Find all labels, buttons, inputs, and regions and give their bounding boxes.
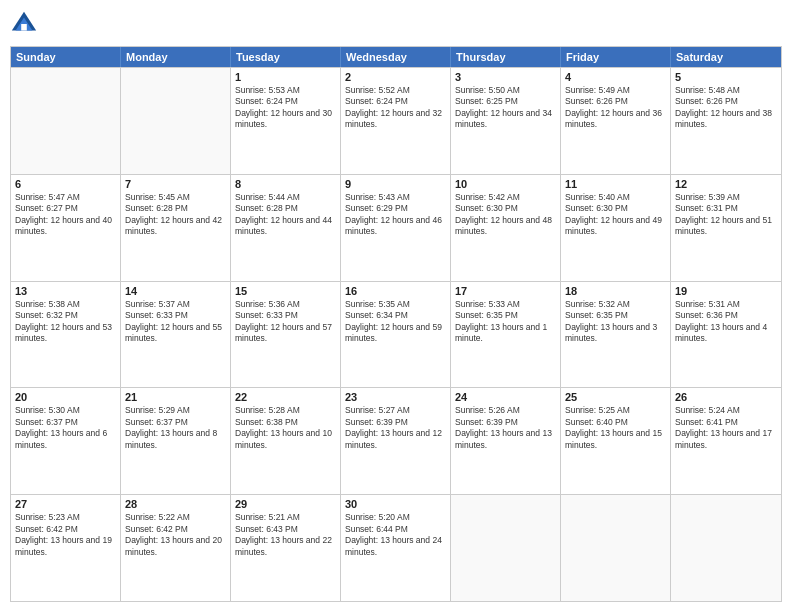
cell-info: Sunrise: 5:20 AMSunset: 6:44 PMDaylight:… [345,512,446,558]
day-cell-15: 15Sunrise: 5:36 AMSunset: 6:33 PMDayligh… [231,282,341,388]
daylight-text: Daylight: 12 hours and 59 minutes. [345,322,442,343]
daylight-text: Daylight: 12 hours and 51 minutes. [675,215,772,236]
sunrise-text: Sunrise: 5:29 AM [125,405,190,415]
daylight-text: Daylight: 12 hours and 40 minutes. [15,215,112,236]
day-cell-6: 6Sunrise: 5:47 AMSunset: 6:27 PMDaylight… [11,175,121,281]
sunset-text: Sunset: 6:39 PM [345,417,408,427]
empty-cell-4-5 [561,495,671,601]
empty-cell-0-0 [11,68,121,174]
day-number: 12 [675,178,777,190]
cell-info: Sunrise: 5:28 AMSunset: 6:38 PMDaylight:… [235,405,336,451]
calendar-body: 1Sunrise: 5:53 AMSunset: 6:24 PMDaylight… [11,67,781,601]
cell-info: Sunrise: 5:43 AMSunset: 6:29 PMDaylight:… [345,192,446,238]
sunset-text: Sunset: 6:24 PM [345,96,408,106]
day-cell-23: 23Sunrise: 5:27 AMSunset: 6:39 PMDayligh… [341,388,451,494]
day-cell-12: 12Sunrise: 5:39 AMSunset: 6:31 PMDayligh… [671,175,781,281]
sunrise-text: Sunrise: 5:43 AM [345,192,410,202]
calendar-row-2: 13Sunrise: 5:38 AMSunset: 6:32 PMDayligh… [11,281,781,388]
cell-info: Sunrise: 5:27 AMSunset: 6:39 PMDaylight:… [345,405,446,451]
day-number: 8 [235,178,336,190]
weekday-header-friday: Friday [561,47,671,67]
sunset-text: Sunset: 6:28 PM [125,203,188,213]
daylight-text: Daylight: 12 hours and 53 minutes. [15,322,112,343]
sunset-text: Sunset: 6:30 PM [565,203,628,213]
daylight-text: Daylight: 13 hours and 22 minutes. [235,535,332,556]
day-number: 14 [125,285,226,297]
daylight-text: Daylight: 12 hours and 34 minutes. [455,108,552,129]
logo [10,10,42,38]
daylight-text: Daylight: 13 hours and 10 minutes. [235,428,332,449]
cell-info: Sunrise: 5:50 AMSunset: 6:25 PMDaylight:… [455,85,556,131]
cell-info: Sunrise: 5:40 AMSunset: 6:30 PMDaylight:… [565,192,666,238]
day-cell-19: 19Sunrise: 5:31 AMSunset: 6:36 PMDayligh… [671,282,781,388]
sunrise-text: Sunrise: 5:23 AM [15,512,80,522]
day-cell-4: 4Sunrise: 5:49 AMSunset: 6:26 PMDaylight… [561,68,671,174]
sunset-text: Sunset: 6:35 PM [455,310,518,320]
sunrise-text: Sunrise: 5:50 AM [455,85,520,95]
daylight-text: Daylight: 12 hours and 36 minutes. [565,108,662,129]
day-cell-2: 2Sunrise: 5:52 AMSunset: 6:24 PMDaylight… [341,68,451,174]
sunrise-text: Sunrise: 5:44 AM [235,192,300,202]
day-cell-20: 20Sunrise: 5:30 AMSunset: 6:37 PMDayligh… [11,388,121,494]
cell-info: Sunrise: 5:38 AMSunset: 6:32 PMDaylight:… [15,299,116,345]
day-number: 21 [125,391,226,403]
calendar-row-0: 1Sunrise: 5:53 AMSunset: 6:24 PMDaylight… [11,67,781,174]
sunset-text: Sunset: 6:25 PM [455,96,518,106]
day-number: 2 [345,71,446,83]
page: SundayMondayTuesdayWednesdayThursdayFrid… [0,0,792,612]
sunrise-text: Sunrise: 5:42 AM [455,192,520,202]
day-cell-11: 11Sunrise: 5:40 AMSunset: 6:30 PMDayligh… [561,175,671,281]
sunrise-text: Sunrise: 5:26 AM [455,405,520,415]
sunset-text: Sunset: 6:26 PM [565,96,628,106]
daylight-text: Daylight: 13 hours and 19 minutes. [15,535,112,556]
daylight-text: Daylight: 13 hours and 6 minutes. [15,428,107,449]
day-number: 26 [675,391,777,403]
day-number: 11 [565,178,666,190]
sunrise-text: Sunrise: 5:45 AM [125,192,190,202]
daylight-text: Daylight: 12 hours and 38 minutes. [675,108,772,129]
day-cell-1: 1Sunrise: 5:53 AMSunset: 6:24 PMDaylight… [231,68,341,174]
cell-info: Sunrise: 5:33 AMSunset: 6:35 PMDaylight:… [455,299,556,345]
cell-info: Sunrise: 5:23 AMSunset: 6:42 PMDaylight:… [15,512,116,558]
daylight-text: Daylight: 12 hours and 49 minutes. [565,215,662,236]
cell-info: Sunrise: 5:32 AMSunset: 6:35 PMDaylight:… [565,299,666,345]
sunset-text: Sunset: 6:33 PM [125,310,188,320]
weekday-header-thursday: Thursday [451,47,561,67]
day-cell-27: 27Sunrise: 5:23 AMSunset: 6:42 PMDayligh… [11,495,121,601]
daylight-text: Daylight: 13 hours and 12 minutes. [345,428,442,449]
day-number: 1 [235,71,336,83]
day-number: 28 [125,498,226,510]
sunrise-text: Sunrise: 5:48 AM [675,85,740,95]
day-number: 27 [15,498,116,510]
cell-info: Sunrise: 5:47 AMSunset: 6:27 PMDaylight:… [15,192,116,238]
weekday-header-sunday: Sunday [11,47,121,67]
cell-info: Sunrise: 5:21 AMSunset: 6:43 PMDaylight:… [235,512,336,558]
cell-info: Sunrise: 5:31 AMSunset: 6:36 PMDaylight:… [675,299,777,345]
cell-info: Sunrise: 5:36 AMSunset: 6:33 PMDaylight:… [235,299,336,345]
day-number: 15 [235,285,336,297]
cell-info: Sunrise: 5:30 AMSunset: 6:37 PMDaylight:… [15,405,116,451]
sunset-text: Sunset: 6:31 PM [675,203,738,213]
sunset-text: Sunset: 6:34 PM [345,310,408,320]
sunset-text: Sunset: 6:41 PM [675,417,738,427]
cell-info: Sunrise: 5:49 AMSunset: 6:26 PMDaylight:… [565,85,666,131]
sunrise-text: Sunrise: 5:40 AM [565,192,630,202]
sunset-text: Sunset: 6:24 PM [235,96,298,106]
weekday-header-saturday: Saturday [671,47,781,67]
day-cell-18: 18Sunrise: 5:32 AMSunset: 6:35 PMDayligh… [561,282,671,388]
daylight-text: Daylight: 12 hours and 42 minutes. [125,215,222,236]
header [10,10,782,38]
day-cell-30: 30Sunrise: 5:20 AMSunset: 6:44 PMDayligh… [341,495,451,601]
day-cell-17: 17Sunrise: 5:33 AMSunset: 6:35 PMDayligh… [451,282,561,388]
cell-info: Sunrise: 5:53 AMSunset: 6:24 PMDaylight:… [235,85,336,131]
calendar-row-3: 20Sunrise: 5:30 AMSunset: 6:37 PMDayligh… [11,387,781,494]
day-cell-28: 28Sunrise: 5:22 AMSunset: 6:42 PMDayligh… [121,495,231,601]
cell-info: Sunrise: 5:35 AMSunset: 6:34 PMDaylight:… [345,299,446,345]
sunset-text: Sunset: 6:39 PM [455,417,518,427]
daylight-text: Daylight: 13 hours and 15 minutes. [565,428,662,449]
daylight-text: Daylight: 12 hours and 32 minutes. [345,108,442,129]
sunrise-text: Sunrise: 5:39 AM [675,192,740,202]
daylight-text: Daylight: 12 hours and 55 minutes. [125,322,222,343]
cell-info: Sunrise: 5:48 AMSunset: 6:26 PMDaylight:… [675,85,777,131]
sunrise-text: Sunrise: 5:27 AM [345,405,410,415]
